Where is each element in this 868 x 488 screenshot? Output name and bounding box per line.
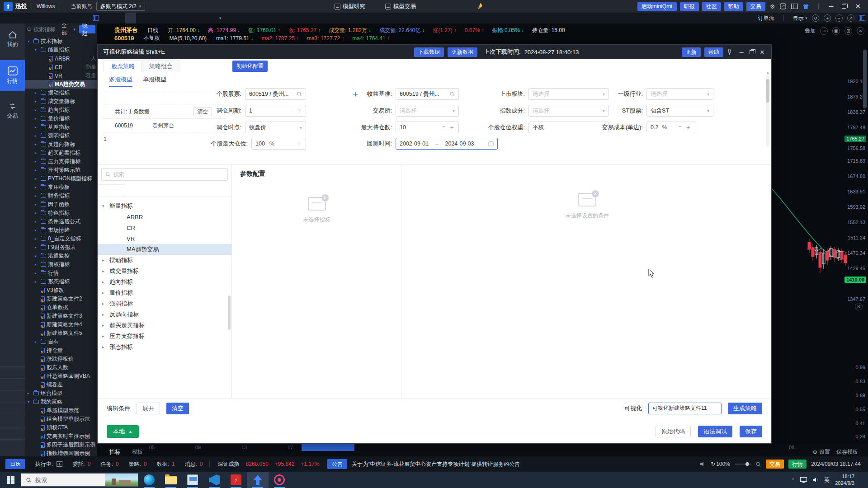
minus-icon[interactable]: − <box>289 140 292 148</box>
tree-item[interactable]: ▾ 我的策略 <box>25 398 97 406</box>
expand-arrow-icon[interactable]: ▸ <box>102 312 107 317</box>
dialog-titlebar[interactable]: 可视化策略编辑 Shift+E 下载数据 更新数据 上次下载时间: 2024-0… <box>98 45 771 59</box>
config-scrollbar[interactable]: ▲ <box>766 75 769 147</box>
period-tab[interactable] <box>169 13 179 23</box>
taskbar-clock[interactable]: 18:17 2024/9/3 <box>835 473 854 487</box>
init-config-button[interactable]: 初始化配置 <box>232 61 268 72</box>
plus-icon[interactable]: ＋ <box>296 107 302 115</box>
period-tab[interactable] <box>190 13 201 23</box>
backtest-range-input[interactable]: 2002-09-01 → 2024-09-03 <box>396 138 498 150</box>
trade-mode-button[interactable]: 交易 <box>766 460 784 469</box>
expand-arrow-icon[interactable]: ▸ <box>35 220 39 224</box>
tree-item[interactable]: 期权CTA <box>25 423 97 432</box>
stat-item[interactable]: 策略: 0 <box>118 460 146 468</box>
stat-item[interactable]: 委托: 0 <box>62 460 90 468</box>
expand-arrow-icon[interactable]: ▸ <box>35 194 39 198</box>
expand-arrow-icon[interactable]: ▸ <box>102 334 107 338</box>
plus-icon[interactable]: ＋ <box>296 140 302 148</box>
indicator-tree-item[interactable]: ▾ 能量指标 <box>98 201 231 211</box>
panel-toggle-icon[interactable] <box>93 15 99 21</box>
indicator-tree-item[interactable]: ARBR <box>98 211 231 222</box>
nav-item-mine[interactable]: 我的 <box>0 26 25 53</box>
minimize-button[interactable]: ─ <box>826 3 836 10</box>
period-tab[interactable] <box>136 13 147 23</box>
minus-icon[interactable]: − <box>442 123 445 131</box>
benchmark-input[interactable]: 600519 / 贵州... <box>396 88 459 100</box>
gear-icon[interactable]: ⚙ <box>769 3 777 10</box>
expand-arrow-icon[interactable]: ▸ <box>35 91 39 95</box>
exchange-select[interactable]: 请选择 <box>396 105 459 117</box>
indicator-tree-item[interactable]: ▸ 压力支撑指标 <box>98 331 231 342</box>
volume-icon[interactable] <box>812 477 819 483</box>
tree-item[interactable]: ▸ 趋向指标 <box>25 106 97 114</box>
expand-arrow-icon[interactable]: ▸ <box>35 245 39 249</box>
save-button[interactable]: 保存 <box>740 426 762 437</box>
expand-arrow-icon[interactable]: ▸ <box>35 263 39 267</box>
tree-item[interactable]: 新建策略文件3 <box>25 312 97 320</box>
taskbar-search[interactable] <box>21 473 138 487</box>
expand-arrow-icon[interactable]: ▸ <box>35 142 39 146</box>
index-name[interactable]: 深证成指 <box>218 460 240 468</box>
show-desktop-strip[interactable] <box>860 472 862 488</box>
expand-arrow-icon[interactable]: ▸ <box>35 168 39 172</box>
tab-strategy-combo[interactable]: 策略组合 <box>142 61 180 72</box>
indicator-tree-item[interactable]: ▸ 反趋向指标 <box>98 309 231 320</box>
close-button[interactable]: ✕ <box>852 2 863 10</box>
tree-item[interactable]: 仓单数据 <box>25 303 97 312</box>
maxhold-stepper[interactable]: 10 −＋ <box>396 122 459 133</box>
calendar-button[interactable]: 日历 <box>5 459 25 469</box>
category-tab[interactable] <box>152 184 179 197</box>
tree-item[interactable]: ▸ 反趋向指标 <box>25 140 97 149</box>
expand-arrow-icon[interactable]: ▸ <box>102 323 107 328</box>
taskbar-recorder-icon[interactable] <box>269 472 290 488</box>
chart-scrollbar[interactable] <box>863 50 867 108</box>
expand-arrow-icon[interactable]: ▸ <box>102 291 107 295</box>
expand-arrow-icon[interactable]: ▸ <box>35 185 39 189</box>
indicator-tree-item[interactable]: ▸ 形态指标 <box>98 342 231 352</box>
tree-item[interactable]: ▸ 组合模型 <box>25 389 97 398</box>
taskbar-active-app-icon[interactable] <box>247 472 269 488</box>
notice-button[interactable]: 公告 <box>327 459 347 469</box>
skin-icon[interactable] <box>802 4 811 9</box>
period-tab[interactable] <box>125 13 136 23</box>
panel-search-input[interactable] <box>113 171 204 178</box>
indicator-tree-item[interactable]: ▸ 量价指标 <box>98 287 231 298</box>
expand-arrow-icon[interactable]: ▸ <box>35 340 39 344</box>
cycle-stepper[interactable]: 1 −＋ <box>245 105 306 117</box>
expand-icon[interactable]: ↗ <box>847 14 854 22</box>
expand-arrow-icon[interactable]: ▸ <box>102 280 107 284</box>
tree-item[interactable]: ▸ 行情 <box>25 269 97 277</box>
category-tab[interactable] <box>205 184 231 197</box>
indicator-tree-item[interactable]: ▸ 强弱指标 <box>98 298 231 309</box>
tree-item[interactable]: 交易实时主推示例 <box>25 432 97 441</box>
tree-item[interactable]: 单股模型示范 <box>25 406 97 415</box>
tree-item[interactable]: ▸ 条件选股公式 <box>25 217 97 226</box>
mode-switch[interactable]: 模型交易 <box>385 3 416 10</box>
dialog-help-button[interactable]: 帮助 <box>704 47 723 57</box>
start-button[interactable] <box>0 472 21 488</box>
taskbar-vscode-icon[interactable] <box>203 472 225 488</box>
weight-select[interactable]: 平权 <box>528 122 609 133</box>
expand-arrow-icon[interactable]: ▸ <box>35 280 39 284</box>
tree-item[interactable]: ▸ 成交量指标 <box>25 97 97 106</box>
market-nav-item[interactable] <box>0 415 25 427</box>
table-row[interactable]: 600519 贵州茅台 1 <box>104 119 226 132</box>
help-button[interactable]: 帮助 <box>724 2 743 11</box>
stock-input[interactable]: 600519 / 贵州... <box>245 88 306 100</box>
time-select[interactable]: 收盘价 <box>245 122 306 133</box>
search-highlight-image[interactable] <box>105 473 138 487</box>
tree-item[interactable]: ▸ PYTHON模型指标 <box>25 174 97 183</box>
expand-arrow-icon[interactable]: ▸ <box>35 211 39 215</box>
save-template-button[interactable]: 保存模板 <box>836 448 858 456</box>
expand-arrow-icon[interactable]: ▸ <box>102 345 107 349</box>
notice-text[interactable]: 关于为“中信证券-流花展贸中心资产支持专项计划”提供转让服务的公告 <box>352 460 520 468</box>
research-report-button[interactable]: 研报 <box>680 2 699 11</box>
indicator-tree-item[interactable]: ▸ 成交量指标 <box>98 266 231 277</box>
period-tab[interactable] <box>179 13 190 23</box>
board-select[interactable]: 请选择 <box>528 88 609 100</box>
market-nav-item[interactable] <box>0 366 25 378</box>
tree-item[interactable]: ARBR 人 <box>25 54 97 63</box>
tree-item[interactable]: ▾ 技术指标 <box>25 37 97 46</box>
nav-item-trade[interactable]: 交易 <box>0 98 25 124</box>
tree-item[interactable]: ▸ 压力支撑指标 <box>25 157 97 166</box>
